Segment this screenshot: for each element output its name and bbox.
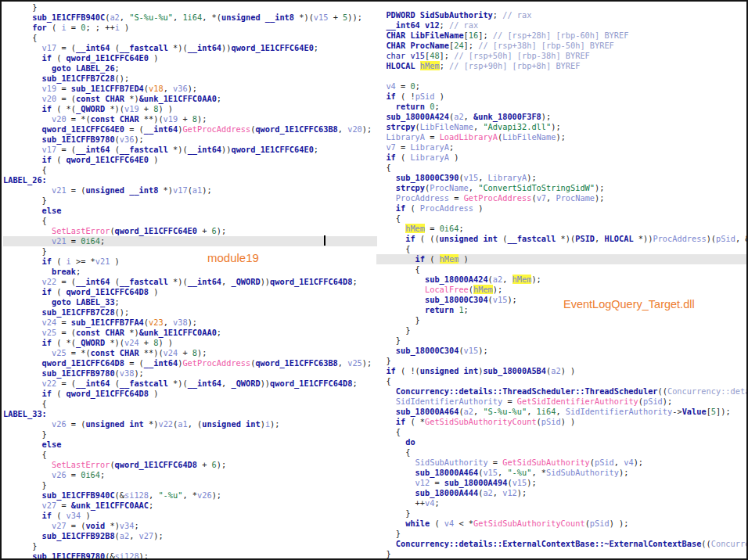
code-line[interactable]: Concurrency::details::ThreadScheduler::T… bbox=[376, 386, 746, 397]
code-line[interactable]: __int64 v12; // rax bbox=[376, 20, 746, 31]
pseudocode-pane-right[interactable]: PDWORD SidSubAuthority; // rax __int64 v… bbox=[376, 2, 746, 560]
code-line[interactable]: sub_1E1CFFB940C(a2, "S-%u-%u", 1i64, *(u… bbox=[3, 13, 377, 23]
code-line[interactable]: sub_1E1CFFB9780(v36); bbox=[3, 135, 377, 145]
code-line[interactable]: v12 = sub_18000A494(v15); bbox=[376, 478, 746, 488]
code-line[interactable]: { bbox=[376, 447, 746, 458]
code-line[interactable]: HLOCAL hMem; // [rsp+90h] [rbp+8h] BYREF bbox=[376, 61, 746, 71]
code-line[interactable]: ++v4; bbox=[376, 498, 746, 508]
code-line[interactable]: else bbox=[3, 206, 377, 216]
code-line[interactable]: if ( !(unsigned int)sub_18000A5B4(a2) ) bbox=[376, 366, 746, 376]
code-line[interactable]: sub_1E1CFFB9780(&si128); bbox=[3, 551, 377, 558]
code-line[interactable]: { bbox=[3, 450, 377, 460]
code-line[interactable]: v22 = (__int64 (__fastcall *)(__int64, _… bbox=[3, 277, 377, 287]
code-line[interactable]: sub_1E1CFFB7C28(); bbox=[3, 307, 377, 318]
code-line[interactable]: if ( ProcAddress ) bbox=[376, 203, 746, 214]
code-line-current[interactable]: if ( hMem ) bbox=[376, 254, 746, 264]
code-line[interactable] bbox=[376, 71, 746, 81]
code-line[interactable]: } bbox=[376, 315, 746, 325]
code-line[interactable]: } bbox=[376, 549, 746, 559]
code-line[interactable]: v21 = (unsigned __int8 *)v17(a1); bbox=[3, 185, 377, 196]
code-line[interactable]: do bbox=[376, 437, 746, 447]
pseudocode-pane-left[interactable]: } sub_1E1CFFB940C(a2, "S-%u-%u", 1i64, *… bbox=[2, 2, 377, 558]
code-line[interactable]: v19 = sub_1E1CFFB7ED4(v18, v36); bbox=[3, 84, 377, 94]
code-line[interactable]: { bbox=[376, 264, 746, 275]
code-line[interactable]: if ( qword_1E1CFFC64E0 ) bbox=[3, 53, 377, 63]
code-line[interactable]: } bbox=[376, 325, 746, 336]
code-line[interactable]: sub_1E1CFFB7C28(); bbox=[3, 74, 377, 84]
code-line[interactable]: { bbox=[3, 165, 377, 175]
code-line[interactable]: { bbox=[3, 33, 377, 43]
code-line[interactable]: } bbox=[3, 480, 377, 490]
code-line[interactable]: } bbox=[376, 508, 746, 519]
code-line[interactable]: sub_1E1CFFB940C(&si128, "-%u", *v26); bbox=[3, 490, 377, 501]
code-line[interactable]: if ( qword_1E1CFFC64D8 ) bbox=[3, 389, 377, 399]
code-line[interactable]: sub_18000A424(a2, hMem); bbox=[376, 275, 746, 285]
code-line[interactable]: sub_18000C304(v15); bbox=[376, 346, 746, 356]
code-line[interactable]: Concurrency::details::ExternalContextBas… bbox=[376, 539, 746, 549]
code-line[interactable]: v17 = (__int64 (__fastcall *)(__int64))q… bbox=[3, 43, 377, 53]
code-line[interactable]: v7 = LibraryA; bbox=[376, 142, 746, 153]
code-line[interactable]: sub_1E1CFFB92B8(a2, v27); bbox=[3, 531, 377, 541]
code-line[interactable]: { bbox=[3, 399, 377, 409]
code-line[interactable]: LABEL_33: bbox=[3, 409, 377, 419]
code-line[interactable]: v20 = *(const CHAR **)(v19 + 8); bbox=[3, 114, 377, 124]
code-line[interactable]: LABEL_26: bbox=[3, 175, 377, 185]
code-line[interactable]: if ( *(_QWORD *)(v24 + 8) ) bbox=[3, 338, 377, 348]
code-line[interactable]: } bbox=[3, 2, 377, 13]
code-line[interactable]: { bbox=[376, 214, 746, 224]
code-line[interactable]: for ( i = 0; ; ++i ) bbox=[3, 23, 377, 33]
code-line[interactable]: v24 = sub_1E1CFFB7FA4(v23, v38); bbox=[3, 318, 377, 328]
code-line[interactable]: { bbox=[3, 216, 377, 226]
code-line[interactable]: SetLastError(qword_1E1CFFC64E0 + 6); bbox=[3, 226, 377, 236]
code-line[interactable]: } bbox=[376, 356, 746, 366]
code-line[interactable]: v26 = (unsigned int *)v22(a1, (unsigned … bbox=[3, 419, 377, 429]
code-line[interactable]: } bbox=[3, 541, 377, 551]
code-line[interactable]: v17 = (__int64 (__fastcall *)(__int64))q… bbox=[3, 145, 377, 155]
code-line[interactable]: else bbox=[3, 440, 377, 450]
code-line[interactable]: qword_1E1CFFC64D8 = (__int64)GetProcAddr… bbox=[3, 358, 377, 368]
code-line[interactable]: hMem = 0i64; bbox=[376, 224, 746, 234]
code-line[interactable]: if ( *(_QWORD *)(v19 + 8) ) bbox=[3, 104, 377, 114]
code-line[interactable]: sub_18000C390(v15, LibraryA); bbox=[376, 173, 746, 183]
code-line[interactable]: { bbox=[376, 427, 746, 437]
code-line[interactable]: PDWORD SidSubAuthority; // rax bbox=[376, 10, 746, 20]
code-line[interactable]: } bbox=[3, 246, 377, 257]
code-line[interactable]: if ( qword_1E1CFFC64E0 ) bbox=[3, 155, 377, 165]
code-line[interactable]: } bbox=[3, 196, 377, 206]
code-line[interactable]: ProcAddress = GetProcAddress(v7, ProcNam… bbox=[376, 193, 746, 203]
code-line[interactable]: { bbox=[376, 163, 746, 173]
code-line[interactable]: char v15[48]; // [rsp+50h] [rbp-38h] BYR… bbox=[376, 51, 746, 61]
code-line[interactable]: } bbox=[3, 429, 377, 440]
code-line[interactable]: goto LABEL_33; bbox=[3, 297, 377, 307]
code-line[interactable]: if ( !pSid ) bbox=[376, 92, 746, 102]
code-line[interactable]: v26 = 0i64; bbox=[3, 470, 377, 480]
code-line[interactable]: if ( ((unsigned int (__fastcall *)(PSID,… bbox=[376, 234, 746, 244]
code-line[interactable]: if ( v34 ) bbox=[3, 511, 377, 521]
code-line[interactable]: sub_18000A424(a2, &unk_18000F3F8); bbox=[376, 112, 746, 122]
code-line[interactable]: sub_18000A464(a2, "S-%u-%u", 1i64, SidId… bbox=[376, 407, 746, 417]
code-line[interactable]: return 0; bbox=[376, 102, 746, 112]
code-line[interactable]: sub_1E1CFFB9780(v38); bbox=[3, 368, 377, 379]
code-line[interactable]: } bbox=[376, 529, 746, 539]
code-line[interactable]: qword_1E1CFFC64E0 = (__int64)GetProcAddr… bbox=[3, 124, 377, 135]
code-line[interactable]: if ( qword_1E1CFFC64D8 ) bbox=[3, 287, 377, 297]
code-line[interactable]: } bbox=[376, 336, 746, 346]
code-line[interactable]: { bbox=[376, 244, 746, 254]
code-line[interactable]: v22 = (__int64 (__fastcall *)(__int64, _… bbox=[3, 379, 377, 389]
code-line[interactable]: if ( *GetSidSubAuthorityCount(pSid) ) bbox=[376, 417, 746, 427]
code-line[interactable]: v27 = (void *)v34; bbox=[3, 521, 377, 531]
code-line[interactable]: SidIdentifierAuthority = GetSidIdentifie… bbox=[376, 397, 746, 407]
code-line[interactable]: if ( LibraryA ) bbox=[376, 153, 746, 163]
code-line[interactable]: v20 = (const CHAR *)&unk_1E1CFFC0AA0; bbox=[3, 94, 377, 104]
code-line[interactable]: CHAR LibFileName[16]; // [rsp+28h] [rbp-… bbox=[376, 31, 746, 41]
code-line[interactable]: strcpy(ProcName, "ConvertSidToStringSidW… bbox=[376, 183, 746, 193]
code-line[interactable]: v4 = 0; bbox=[376, 81, 746, 92]
code-line[interactable]: SetLastError(qword_1E1CFFC64D8 + 6); bbox=[3, 460, 377, 470]
code-line[interactable]: v27 = &unk_1E1CFFC0AAC; bbox=[3, 501, 377, 511]
code-line[interactable]: LibraryA = LoadLibraryA(LibFileName); bbox=[376, 132, 746, 142]
code-line[interactable]: { bbox=[376, 376, 746, 386]
code-line[interactable]: strcpy(LibFileName, "Advapi32.dll"); bbox=[376, 122, 746, 132]
code-line[interactable]: if ( i >= *v21 ) bbox=[3, 257, 377, 267]
code-line[interactable]: v25 = *(const CHAR **)(v24 + 8); bbox=[3, 348, 377, 358]
code-line[interactable]: LocalFree(hMem); bbox=[376, 285, 746, 295]
